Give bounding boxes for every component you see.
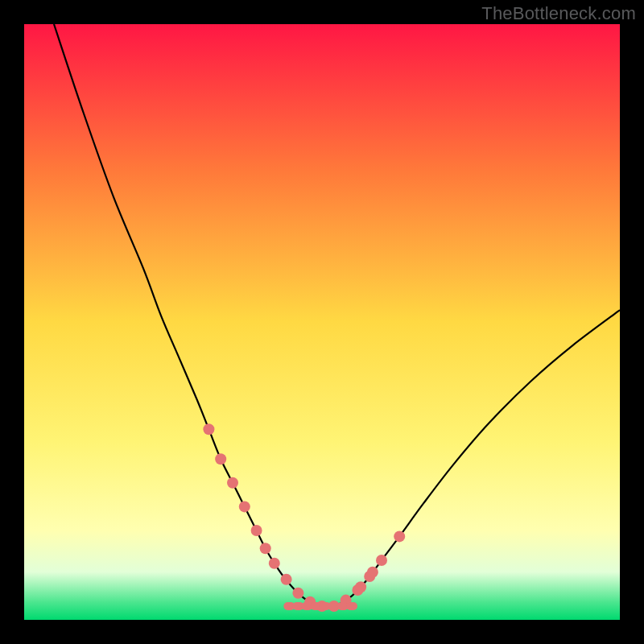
data-point-marker <box>260 543 271 554</box>
data-point-marker <box>239 501 250 512</box>
data-point-marker <box>281 574 292 585</box>
gradient-background <box>24 24 620 620</box>
plot-area <box>24 24 620 620</box>
data-point-marker <box>292 588 303 599</box>
watermark-label: TheBottleneck.com <box>481 3 636 24</box>
data-point-marker <box>215 453 226 464</box>
data-point-marker <box>367 567 378 578</box>
chart-svg <box>24 24 620 620</box>
data-point-marker <box>376 555 387 566</box>
data-point-marker <box>269 558 280 569</box>
data-point-marker <box>251 525 262 536</box>
flat-bottom-marker <box>346 602 357 610</box>
data-point-marker <box>227 477 238 489</box>
data-point-marker <box>394 530 405 542</box>
chart-container: TheBottleneck.com <box>0 0 644 644</box>
data-point-marker <box>203 423 214 435</box>
data-point-marker <box>355 581 366 592</box>
